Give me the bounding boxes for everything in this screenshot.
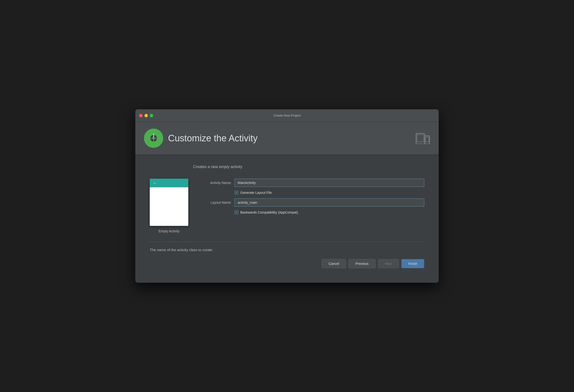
window-title: Create New Project <box>273 114 301 117</box>
next-button[interactable]: Next <box>378 259 399 268</box>
phone-tablet-svg <box>416 132 430 144</box>
cancel-button[interactable]: Cancel <box>322 259 346 268</box>
backwards-compat-checkbox[interactable] <box>234 210 238 214</box>
android-icon <box>147 132 160 144</box>
page-title: Customize the Activity <box>168 133 258 144</box>
subtitle: Creates a new empty activity <box>193 165 424 169</box>
close-button[interactable] <box>139 114 143 117</box>
mockup-toolbar: ← <box>150 179 188 187</box>
svg-rect-7 <box>416 133 425 144</box>
device-icon <box>416 132 430 144</box>
backwards-compat-label: Backwards Compatibility (AppCompat) <box>240 210 298 214</box>
main-window: Create New Project Customize the Activit… <box>135 109 439 283</box>
android-logo <box>144 129 163 148</box>
minimize-button[interactable] <box>144 114 148 117</box>
phone-mockup: ← <box>150 179 188 226</box>
backwards-compat-row: Backwards Compatibility (AppCompat) <box>234 210 424 214</box>
form-area: ← Empty Activity Activity Name: Generate… <box>150 179 424 233</box>
activity-preview: ← Empty Activity <box>150 179 188 233</box>
layout-name-input[interactable] <box>234 198 424 206</box>
mockup-body <box>150 187 188 226</box>
activity-name-row: Activity Name: <box>203 179 424 187</box>
svg-rect-10 <box>426 137 429 142</box>
layout-name-row: Layout Name: <box>203 198 424 206</box>
activity-name-input[interactable] <box>234 179 424 187</box>
help-text: The name of the activity class to create <box>150 248 424 252</box>
layout-name-label: Layout Name: <box>203 201 232 205</box>
generate-layout-row: Generate Layout File <box>234 191 424 195</box>
activity-name-label: Activity Name: <box>203 181 232 185</box>
back-arrow-icon: ← <box>153 181 157 186</box>
finish-button[interactable]: Finish <box>401 259 424 268</box>
main-content: Creates a new empty activity ← Empty Act… <box>135 155 439 283</box>
svg-rect-8 <box>417 135 424 142</box>
maximize-button[interactable] <box>150 114 153 117</box>
form-fields: Activity Name: Generate Layout File Layo… <box>203 179 424 214</box>
traffic-lights <box>139 114 153 117</box>
generate-layout-checkbox[interactable] <box>234 191 238 195</box>
preview-label: Empty Activity <box>158 229 179 233</box>
divider <box>150 242 424 242</box>
footer-buttons: Cancel Previous Next Finish <box>150 259 424 273</box>
title-bar: Create New Project <box>135 109 439 122</box>
header-left: Customize the Activity <box>144 129 258 148</box>
header: Customize the Activity <box>135 122 439 155</box>
previous-button[interactable]: Previous <box>348 259 375 268</box>
generate-layout-label: Generate Layout File <box>240 191 272 195</box>
